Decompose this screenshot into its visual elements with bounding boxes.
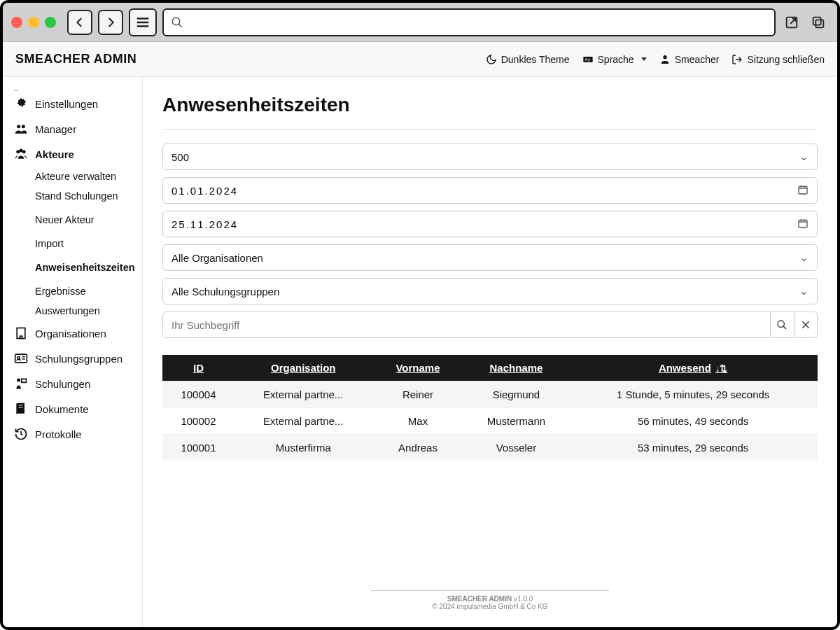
- cell-first: Max: [372, 408, 464, 435]
- svg-point-3: [172, 18, 180, 25]
- search-icon: [171, 16, 183, 29]
- sidebar-item-schulungsgruppen[interactable]: Schulungsgruppen: [3, 346, 142, 371]
- svg-point-10: [663, 55, 666, 59]
- limit-select[interactable]: 500 ⌄: [162, 144, 818, 170]
- svg-rect-34: [799, 186, 807, 194]
- window-controls: [11, 17, 56, 28]
- calendar-icon: [797, 218, 808, 231]
- sidebar-sub-auswertungen[interactable]: Auswertungen: [35, 301, 142, 321]
- sidebar-sub-neuer-akteur[interactable]: Neuer Akteur: [35, 210, 142, 230]
- sidebar-item-organisationen[interactable]: Organisationen: [3, 321, 142, 346]
- history-icon: [14, 427, 28, 441]
- sidebar-sub-ergebnisse[interactable]: Ergebnisse: [35, 281, 142, 301]
- gear-icon: [14, 97, 28, 111]
- moon-icon: [486, 54, 497, 65]
- user-menu[interactable]: Smeacher: [659, 54, 720, 65]
- search-icon: [776, 319, 788, 330]
- theme-toggle[interactable]: Dunkles Theme: [486, 54, 570, 65]
- svg-line-43: [783, 326, 786, 329]
- col-header-nachname[interactable]: Nachname: [464, 355, 569, 382]
- cell-present: 53 minutes, 29 seconds: [568, 435, 818, 461]
- search-input-wrapper[interactable]: [162, 312, 771, 338]
- group-select[interactable]: Alle Schulungsgruppen ⌄: [162, 278, 818, 304]
- sidebar: _ Einstellungen Manager Akteure Akteure …: [3, 77, 143, 627]
- limit-value: 500: [172, 151, 189, 163]
- date-from-input[interactable]: [162, 177, 818, 204]
- table-row[interactable]: 100001MusterfirmaAndreasVosseler53 minut…: [162, 435, 818, 461]
- browser-chrome: [3, 3, 837, 42]
- svg-point-42: [778, 321, 784, 327]
- language-dropdown[interactable]: A文 Sprache: [582, 54, 647, 65]
- theme-label: Dunkles Theme: [501, 54, 570, 65]
- sidebar-item-label: Dokumente: [35, 403, 89, 415]
- cell-last: Mustermann: [464, 408, 569, 435]
- chevron-down-icon: ⌄: [799, 285, 808, 298]
- table-row[interactable]: 100004External partne...ReinerSiegmund1 …: [162, 382, 818, 408]
- sidebar-sub-stand-schulungen[interactable]: Stand Schulungen: [35, 186, 142, 206]
- svg-rect-26: [15, 354, 27, 363]
- app-bar: SMEACHER ADMIN Dunkles Theme A文 Sprache …: [3, 42, 837, 77]
- svg-rect-38: [799, 220, 807, 227]
- sidebar-sub-akteure-verwalten[interactable]: Akteure verwalten: [35, 167, 142, 186]
- svg-text:A文: A文: [584, 57, 591, 62]
- date-from-field[interactable]: [172, 185, 797, 197]
- sidebar-item-label: Schulungen: [35, 378, 90, 390]
- svg-point-14: [22, 125, 25, 128]
- open-external-button[interactable]: [781, 12, 802, 33]
- col-header-anwesend[interactable]: Anwesend↓⇅: [568, 355, 818, 382]
- date-to-input[interactable]: [162, 211, 818, 237]
- building-icon: [14, 326, 28, 340]
- sidebar-item-dokumente[interactable]: Dokumente: [3, 396, 142, 421]
- cell-last: Siegmund: [464, 382, 569, 408]
- table-row[interactable]: 100002External partne...MaxMustermann56 …: [162, 408, 818, 435]
- cell-org: External partne...: [234, 408, 372, 435]
- col-header-vorname[interactable]: Vorname: [372, 355, 464, 382]
- sidebar-item-label: Akteure: [35, 148, 74, 160]
- back-button[interactable]: [67, 10, 92, 35]
- logout-button[interactable]: Sitzung schließen: [732, 54, 825, 65]
- sidebar-item-einstellungen[interactable]: Einstellungen: [3, 91, 142, 116]
- svg-point-13: [17, 125, 20, 128]
- cell-org: External partne...: [234, 382, 372, 408]
- footer: SMEACHER ADMIN v1.0.0 © 2024 impulsmedia…: [162, 548, 818, 610]
- sidebar-item-schulungen[interactable]: Schulungen: [3, 371, 142, 396]
- language-label: Sprache: [598, 54, 634, 65]
- clear-search-button[interactable]: [794, 312, 818, 338]
- svg-point-27: [18, 357, 20, 359]
- search-input[interactable]: [172, 319, 762, 331]
- svg-rect-25: [20, 336, 22, 338]
- chevron-down-icon: ⌄: [799, 150, 808, 163]
- maximize-window-icon[interactable]: [45, 17, 56, 28]
- col-header-id[interactable]: ID: [162, 355, 234, 382]
- sidebar-item-protokolle[interactable]: Protokolle: [3, 421, 142, 447]
- organisation-select[interactable]: Alle Organisationen ⌄: [162, 244, 818, 271]
- cell-id: 100002: [162, 408, 234, 435]
- close-icon: [800, 319, 811, 330]
- svg-point-17: [20, 149, 23, 153]
- cell-first: Andreas: [372, 435, 464, 461]
- user-icon: [659, 54, 671, 65]
- divider: [162, 129, 818, 130]
- search-button[interactable]: [771, 312, 794, 338]
- menu-button[interactable]: [129, 8, 157, 36]
- sidebar-sub-import[interactable]: Import: [35, 234, 142, 253]
- sidebar-item-label: Schulungsgruppen: [35, 353, 122, 365]
- table-header-row: ID Organisation Vorname Nachname Anwesen…: [162, 355, 818, 382]
- date-to-field[interactable]: [172, 218, 797, 230]
- address-bar[interactable]: [162, 8, 776, 36]
- minimize-window-icon[interactable]: [28, 17, 39, 28]
- sidebar-item-akteure[interactable]: Akteure: [3, 141, 142, 167]
- cell-present: 56 minutes, 49 seconds: [568, 408, 818, 435]
- close-window-icon[interactable]: [11, 17, 22, 28]
- cell-last: Vosseler: [464, 435, 569, 461]
- sidebar-item-manager[interactable]: Manager: [3, 116, 142, 141]
- forward-button[interactable]: [98, 10, 123, 35]
- col-header-organisation[interactable]: Organisation: [234, 355, 372, 382]
- svg-rect-31: [22, 379, 27, 382]
- sidebar-sub-anweisenheitszeiten[interactable]: Anweisenheitszeiten: [35, 258, 142, 277]
- teacher-icon: [14, 377, 28, 391]
- chevron-down-icon: [641, 57, 647, 61]
- copy-button[interactable]: [808, 12, 829, 33]
- group-value: Alle Schulungsgruppen: [172, 286, 279, 298]
- sidebar-item-label: Manager: [35, 123, 76, 135]
